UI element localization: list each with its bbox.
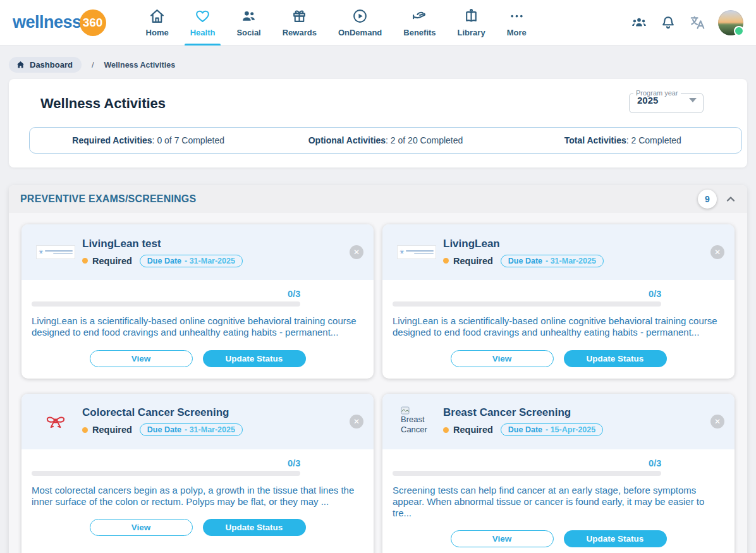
summary-label: Required Activities — [72, 135, 152, 145]
due-date-badge: Due Date - 31-Mar-2025 — [501, 255, 604, 267]
required-dot-icon — [82, 258, 88, 264]
program-year-value: 2025 — [637, 95, 658, 106]
play-circle-icon — [352, 8, 368, 26]
breadcrumb-dashboard-link[interactable]: Dashboard — [9, 57, 82, 73]
close-icon[interactable]: ✕ — [350, 415, 363, 428]
card-description: LivingLean is a scientifically-based onl… — [32, 315, 363, 339]
nav-item-home[interactable]: Home — [135, 0, 180, 46]
card-description: Most colorectal cancers begin as a polyp… — [32, 485, 363, 508]
page-title: Wellness Activities — [40, 95, 729, 112]
card-header: Breast Cancer Breast Cancer Screening Re… — [382, 394, 735, 449]
update-status-button[interactable]: Update Status — [203, 350, 306, 367]
update-status-button[interactable]: Update Status — [564, 350, 667, 367]
update-status-button[interactable]: Update Status — [203, 519, 306, 536]
chevron-down-icon — [689, 98, 697, 102]
nav-item-rewards[interactable]: Rewards — [272, 0, 327, 46]
activities-summary-bar: Required Activities: 0 of 7 Completed Op… — [29, 127, 742, 154]
due-date-value: - 15-Apr-2025 — [546, 425, 595, 434]
nav-item-social[interactable]: Social — [226, 0, 271, 46]
due-date-value: - 31-Mar-2025 — [185, 425, 235, 434]
activity-card-breast-screening: Breast Cancer Breast Cancer Screening Re… — [382, 394, 735, 553]
required-label: Required — [92, 256, 132, 266]
card-title: Breast Cancer Screening — [443, 406, 708, 419]
breadcrumb: Dashboard / Wellness Activities — [0, 46, 756, 79]
activity-cards-grid: ✳ LivingLean test Required Due Date - 31… — [9, 213, 747, 553]
section-header[interactable]: PREVENTIVE EXAMS/SCREENINGS 9 — [9, 185, 747, 213]
close-icon[interactable]: ✕ — [350, 245, 363, 259]
update-status-button[interactable]: Update Status — [564, 530, 667, 547]
nav-label: Social — [236, 28, 260, 37]
translate-icon[interactable] — [689, 15, 705, 31]
nav-label: More — [507, 28, 527, 37]
required-activities-summary: Required Activities: 0 of 7 Completed — [30, 135, 267, 145]
card-body: 0/3 LivingLean is a scientifically-based… — [21, 280, 374, 379]
activity-card-livinglean-test: ✳ LivingLean test Required Due Date - 31… — [21, 224, 374, 379]
card-title: Colorectal Cancer Screening — [82, 406, 347, 419]
due-date-label: Due Date — [508, 425, 542, 434]
progress-count: 0/3 — [393, 458, 661, 468]
progress-count: 0/3 — [393, 289, 661, 299]
progress-count: 0/3 — [32, 458, 300, 468]
card-description: LivingLean is a scientifically-based onl… — [393, 315, 724, 339]
community-icon[interactable] — [631, 15, 647, 31]
nav-item-benefits[interactable]: Benefits — [393, 0, 446, 46]
card-header: ✳ LivingLean Required Due Date - 31-Mar-… — [382, 224, 735, 280]
card-title: LivingLean test — [82, 238, 347, 250]
view-button[interactable]: View — [451, 350, 554, 367]
view-button[interactable]: View — [90, 519, 193, 536]
logo-badge: 360 — [80, 9, 106, 36]
required-label: Required — [92, 425, 132, 435]
breadcrumb-current: Wellness Activities — [104, 61, 176, 70]
user-avatar[interactable] — [718, 10, 743, 35]
due-date-value: - 31-Mar-2025 — [546, 257, 596, 265]
section-count-badge: 9 — [698, 190, 717, 209]
program-year-select[interactable]: Program year 2025 — [629, 89, 704, 113]
nav-label: Rewards — [283, 28, 317, 37]
people-icon — [241, 8, 257, 26]
card-body: 0/3 Most colorectal cancers begin as a p… — [21, 449, 374, 548]
home-icon — [16, 60, 25, 70]
due-date-value: - 31-Mar-2025 — [185, 257, 235, 265]
breadcrumb-separator: / — [92, 60, 94, 70]
nav-item-ondemand[interactable]: OnDemand — [327, 0, 393, 46]
card-body: 0/3 LivingLean is a scientifically-based… — [382, 280, 735, 379]
main-nav: Home Health Social Rewards OnDemand — [135, 0, 537, 46]
summary-label: Optional Activities — [308, 135, 386, 145]
view-button[interactable]: View — [451, 530, 554, 547]
progress-bar — [393, 471, 661, 476]
preventive-exams-section: PREVENTIVE EXAMS/SCREENINGS 9 ✳ LivingLe… — [9, 185, 747, 553]
nav-label: OnDemand — [338, 28, 382, 37]
summary-value: : 2 of 20 Completed — [386, 135, 463, 145]
nav-label: Health — [190, 28, 216, 37]
hand-benefits-icon — [412, 8, 427, 26]
section-title: PREVENTIVE EXAMS/SCREENINGS — [20, 193, 698, 205]
optional-activities-summary: Optional Activities: 2 of 20 Completed — [267, 135, 504, 145]
nav-item-health[interactable]: Health — [180, 0, 226, 46]
progress-bar — [393, 301, 661, 307]
main-content: Wellness Activities Program year 2025 Re… — [0, 79, 756, 553]
nav-label: Benefits — [403, 28, 436, 37]
wellness-activities-panel: Wellness Activities Program year 2025 Re… — [9, 79, 747, 167]
nav-label: Library — [458, 28, 485, 37]
activity-card-livinglean: ✳ LivingLean Required Due Date - 31-Mar-… — [382, 224, 735, 379]
collapse-section-button[interactable] — [724, 193, 737, 205]
ellipsis-icon — [509, 8, 525, 26]
card-description: Screening tests can help find cancer at … — [393, 485, 724, 520]
summary-value: : 0 of 7 Completed — [152, 135, 224, 145]
due-date-badge: Due Date - 31-Mar-2025 — [140, 255, 243, 267]
view-button[interactable]: View — [90, 350, 193, 367]
close-icon[interactable]: ✕ — [710, 415, 724, 428]
nav-item-more[interactable]: More — [496, 0, 537, 46]
wellness360-logo[interactable]: wellness 360 — [13, 9, 106, 36]
card-header: Colorectal Cancer Screening Required Due… — [21, 394, 374, 449]
notifications-bell-icon[interactable] — [660, 15, 676, 31]
progress-count: 0/3 — [32, 289, 300, 299]
due-date-label: Due Date — [508, 257, 542, 265]
heart-icon — [195, 8, 210, 26]
nav-item-library[interactable]: Library — [447, 0, 496, 46]
awareness-ribbon-icon — [32, 411, 80, 432]
top-navigation-bar: wellness 360 Home Health Social Reward — [0, 0, 756, 46]
close-icon[interactable]: ✕ — [710, 245, 724, 259]
card-header: ✳ LivingLean test Required Due Date - 31… — [21, 224, 374, 280]
total-activities-summary: Total Activities: 2 Completed — [504, 135, 741, 145]
